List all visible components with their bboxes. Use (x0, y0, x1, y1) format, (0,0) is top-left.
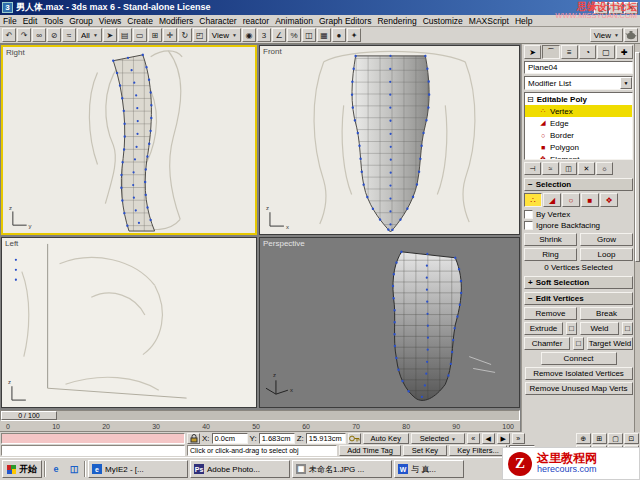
remove-unused-map-verts-button[interactable]: Remove Unused Map Verts (525, 382, 633, 395)
stack-root-row[interactable]: ⊟ Editable Poly (525, 93, 632, 105)
object-name-field[interactable]: Plane04 (524, 61, 633, 74)
zoom-extents-icon[interactable]: ▢ (608, 433, 623, 444)
checkbox-icon[interactable] (524, 221, 533, 230)
stack-item-element[interactable]: ❖ Element (525, 153, 632, 160)
select-by-name-icon[interactable]: ▤ (118, 28, 132, 42)
key-mode-dropdown[interactable]: Selected ▼ (411, 433, 465, 444)
viewport-label[interactable]: Perspective (263, 239, 305, 248)
stack-item-border[interactable]: ○ Border (525, 129, 632, 141)
remove-isolated-vertices-button[interactable]: Remove Isolated Vertices (525, 367, 633, 380)
viewport-front[interactable]: Front (259, 45, 520, 235)
menu-maxscript[interactable]: MAXScript (466, 16, 512, 26)
menu-modifiers[interactable]: Modifiers (156, 16, 196, 26)
loop-button[interactable]: Loop (580, 248, 633, 261)
start-button[interactable]: 开始 (2, 460, 42, 478)
x-coord-field[interactable]: 0.0cm (212, 433, 248, 444)
checkbox-icon[interactable] (524, 210, 533, 219)
material-editor-icon[interactable]: ● (332, 28, 346, 42)
viewport-left[interactable]: Left z (1, 237, 257, 408)
rollout-edit-vertices[interactable]: − Edit Vertices (524, 292, 633, 305)
extrude-settings-icon[interactable]: □ (566, 322, 577, 335)
render-scene-icon[interactable]: ✦ (347, 28, 361, 42)
menu-create[interactable]: Create (124, 16, 156, 26)
stack-item-edge[interactable]: ◢ Edge (525, 117, 632, 129)
menu-file[interactable]: File (0, 16, 20, 26)
extrude-button[interactable]: Extrude (524, 322, 563, 335)
ring-button[interactable]: Ring (524, 248, 577, 261)
menu-graph-editors[interactable]: Graph Editors (316, 16, 374, 26)
hierarchy-tab-icon[interactable]: ≡ (561, 45, 578, 59)
select-manipulate-icon[interactable]: ◉ (242, 28, 256, 42)
scrollbar-thumb[interactable] (635, 52, 640, 262)
modifier-list-dropdown[interactable]: Modifier List ▼ (524, 76, 633, 90)
menu-tools[interactable]: Tools (40, 16, 66, 26)
border-mode-icon[interactable]: ○ (562, 193, 580, 207)
viewport-perspective[interactable]: Perspective z x (259, 237, 520, 408)
y-coord-field[interactable]: 1.683cm (259, 433, 295, 444)
create-tab-icon[interactable]: ➤ (524, 45, 541, 59)
auto-key-button[interactable]: Auto Key (363, 433, 409, 444)
go-to-end-icon[interactable]: » (512, 433, 525, 444)
task-button-document[interactable]: W 与 真... (394, 460, 464, 478)
weld-button[interactable]: Weld (580, 322, 619, 335)
ignore-backfacing-checkbox-row[interactable]: Ignore Backfacing (524, 220, 633, 231)
add-time-tag[interactable]: Add Time Tag (339, 445, 401, 456)
set-key-button[interactable]: Set Key (403, 445, 447, 456)
task-button-image[interactable]: ▦ 未命名1.JPG ... (292, 460, 392, 478)
rectangular-selection-icon[interactable]: ▭ (133, 28, 147, 42)
motion-tab-icon[interactable]: ◔ (579, 45, 596, 59)
target-weld-button[interactable]: Target Weld (587, 337, 633, 350)
select-object-icon[interactable]: ➤ (103, 28, 117, 42)
angle-snap-icon[interactable]: ∠ (272, 28, 286, 42)
display-tab-icon[interactable]: ▢ (597, 45, 614, 59)
menu-group[interactable]: Group (66, 16, 96, 26)
select-link-icon[interactable]: ∞ (32, 28, 46, 42)
reference-coordsys-dropdown[interactable]: View▼ (208, 28, 241, 42)
go-to-start-icon[interactable]: « (467, 433, 480, 444)
select-scale-icon[interactable]: ◰ (193, 28, 207, 42)
key-filters-button[interactable]: Key Filters... (449, 445, 507, 456)
make-unique-icon[interactable]: ◫ (560, 162, 577, 175)
collapse-toggle-icon[interactable]: ⊟ (527, 95, 534, 104)
command-panel-scrollbar[interactable] (634, 44, 640, 433)
shrink-button[interactable]: Shrink (524, 233, 577, 246)
chamfer-settings-icon[interactable]: □ (573, 337, 584, 350)
show-end-result-icon[interactable]: ≈ (542, 162, 559, 175)
window-crossing-icon[interactable]: ⊞ (148, 28, 162, 42)
undo-icon[interactable]: ↶ (2, 28, 16, 42)
quick-launch-icon[interactable]: e (48, 461, 64, 477)
menu-reactor[interactable]: reactor (240, 16, 272, 26)
remove-button[interactable]: Remove (524, 307, 577, 320)
viewport-label[interactable]: Right (6, 48, 25, 57)
set-keys-key-icon[interactable] (348, 433, 361, 444)
weld-settings-icon[interactable]: □ (622, 322, 633, 335)
layer-manager-icon[interactable]: ▦ (317, 28, 331, 42)
play-animation-icon[interactable]: ▶ (497, 433, 510, 444)
task-button-photoshop[interactable]: Ps Adobe Photo... (190, 460, 290, 478)
menu-edit[interactable]: Edit (20, 16, 41, 26)
time-slider[interactable]: 0 / 100 (0, 410, 520, 421)
remove-modifier-icon[interactable]: ✕ (578, 162, 595, 175)
zoom-extents-all-icon[interactable]: ⊡ (624, 433, 639, 444)
utilities-tab-icon[interactable]: ✚ (616, 45, 633, 59)
menu-rendering[interactable]: Rendering (374, 16, 419, 26)
polygon-mode-icon[interactable]: ■ (581, 193, 599, 207)
redo-icon[interactable]: ↷ (17, 28, 31, 42)
grow-button[interactable]: Grow (580, 233, 633, 246)
menu-help[interactable]: Help (512, 16, 535, 26)
pin-stack-icon[interactable]: ⊣ (524, 162, 541, 175)
zoom-icon[interactable]: ⊕ (576, 433, 591, 444)
percent-snap-icon[interactable]: % (287, 28, 301, 42)
snap-toggle-icon[interactable]: 3 (257, 28, 271, 42)
break-button[interactable]: Break (580, 307, 633, 320)
vertex-mode-icon[interactable]: ∴ (524, 193, 542, 207)
connect-button[interactable]: Connect (541, 352, 617, 365)
by-vertex-checkbox-row[interactable]: By Vertex (524, 209, 633, 220)
stack-item-vertex[interactable]: ∴ Vertex (525, 105, 632, 117)
zoom-all-icon[interactable]: ⊞ (592, 433, 607, 444)
bind-spacewarp-icon[interactable]: ≈ (62, 28, 76, 42)
menu-customize[interactable]: Customize (420, 16, 466, 26)
z-coord-field[interactable]: 15.913cm (306, 433, 346, 444)
lock-selection-icon[interactable] (187, 433, 200, 444)
modify-tab-icon[interactable]: ⌒ (542, 45, 559, 59)
